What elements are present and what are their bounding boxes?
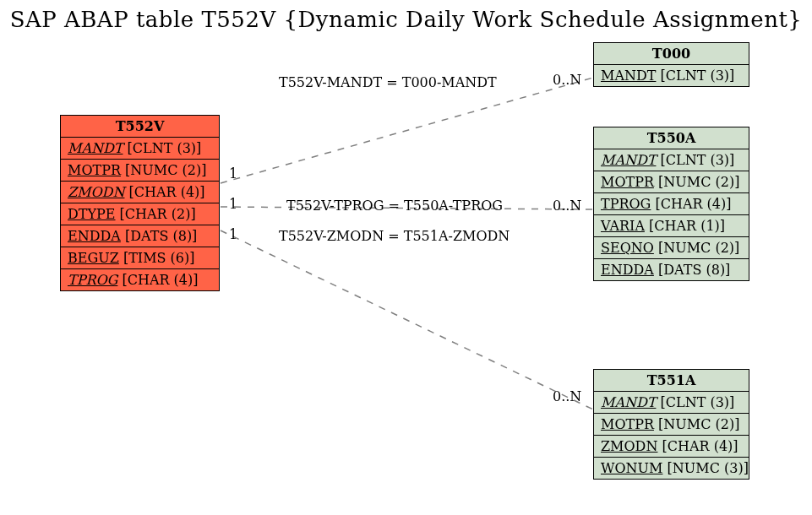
svg-line-2 — [221, 230, 593, 409]
field-name: TPROG — [68, 272, 117, 288]
rel-3-label: T552V-ZMODN = T551A-ZMODN — [279, 228, 510, 244]
table-row: MOTPR [NUMC (2)] — [61, 160, 219, 182]
field-type: [CHAR (4)] — [662, 438, 738, 454]
table-t550a: T550A MANDT [CLNT (3)] MOTPR [NUMC (2)] … — [593, 127, 749, 281]
field-name: MANDT — [68, 140, 123, 156]
table-t551a: T551A MANDT [CLNT (3)] MOTPR [NUMC (2)] … — [593, 369, 749, 480]
table-t552v: T552V MANDT [CLNT (3)] MOTPR [NUMC (2)] … — [60, 115, 220, 291]
field-name: BEGUZ — [68, 250, 119, 266]
diagram-title: SAP ABAP table T552V {Dynamic Daily Work… — [0, 7, 812, 32]
table-t000: T000 MANDT [CLNT (3)] — [593, 42, 749, 87]
table-row: ENDDA [DATS (8)] — [594, 259, 749, 280]
rel-2-leftcard: 1 — [229, 196, 237, 212]
field-type: [CLNT (3)] — [661, 68, 735, 84]
field-name: TPROG — [601, 196, 651, 212]
field-type: [CHAR (2)] — [120, 206, 196, 222]
table-row: MOTPR [NUMC (2)] — [594, 171, 749, 193]
field-type: [NUMC (2)] — [658, 240, 739, 256]
table-row: DTYPE [CHAR (2)] — [61, 203, 219, 225]
table-row: MANDT [CLNT (3)] — [594, 149, 749, 171]
rel-1-leftcard: 1 — [229, 165, 237, 182]
table-row: ZMODN [CHAR (4)] — [61, 182, 219, 203]
rel-3-leftcard: 1 — [229, 226, 237, 242]
field-type: [CHAR (4)] — [129, 184, 205, 200]
field-name: MANDT — [601, 152, 656, 168]
table-t000-header: T000 — [594, 43, 749, 65]
field-name: ZMODN — [68, 184, 124, 200]
field-type: [NUMC (2)] — [125, 162, 206, 178]
field-name: MOTPR — [68, 162, 121, 178]
field-type: [CHAR (4)] — [122, 272, 198, 288]
table-row: TPROG [CHAR (4)] — [594, 193, 749, 215]
table-row: TPROG [CHAR (4)] — [61, 269, 219, 290]
field-name: MOTPR — [601, 174, 654, 190]
field-type: [TIMS (6)] — [123, 250, 195, 266]
table-row: BEGUZ [TIMS (6)] — [61, 247, 219, 269]
table-row: MANDT [CLNT (3)] — [61, 138, 219, 160]
table-row: ENDDA [DATS (8)] — [61, 225, 219, 247]
field-name: SEQNO — [601, 240, 654, 256]
field-name: ENDDA — [68, 228, 121, 244]
table-row: VARIA [CHAR (1)] — [594, 215, 749, 237]
table-t551a-header: T551A — [594, 370, 749, 392]
table-row: MANDT [CLNT (3)] — [594, 392, 749, 414]
rel-3-rightcard: 0..N — [553, 388, 581, 404]
field-type: [CLNT (3)] — [128, 140, 202, 156]
field-name: MANDT — [601, 68, 656, 84]
field-name: VARIA — [601, 218, 645, 234]
field-type: [CHAR (4)] — [655, 196, 731, 212]
table-t552v-header: T552V — [61, 116, 219, 138]
svg-line-0 — [221, 78, 593, 183]
field-type: [NUMC (2)] — [658, 416, 739, 432]
field-name: ZMODN — [601, 438, 657, 454]
rel-2-label: T552V-TPROG = T550A-TPROG — [286, 198, 503, 214]
field-name: DTYPE — [68, 206, 116, 222]
field-type: [DATS (8)] — [125, 228, 197, 244]
field-name: WONUM — [601, 460, 662, 476]
table-row: SEQNO [NUMC (2)] — [594, 237, 749, 259]
field-type: [DATS (8)] — [658, 262, 730, 278]
rel-2-rightcard: 0..N — [553, 198, 581, 214]
table-t550a-header: T550A — [594, 127, 749, 149]
table-row: WONUM [NUMC (3)] — [594, 458, 749, 479]
rel-1-rightcard: 0..N — [553, 72, 581, 88]
field-type: [CHAR (1)] — [649, 218, 725, 234]
field-name: ENDDA — [601, 262, 654, 278]
table-row: MOTPR [NUMC (2)] — [594, 414, 749, 436]
table-row: MANDT [CLNT (3)] — [594, 65, 749, 86]
field-type: [CLNT (3)] — [661, 152, 735, 168]
field-type: [NUMC (3)] — [668, 460, 749, 476]
rel-1-label: T552V-MANDT = T000-MANDT — [279, 74, 497, 90]
field-type: [CLNT (3)] — [661, 394, 735, 410]
field-name: MANDT — [601, 394, 656, 410]
table-row: ZMODN [CHAR (4)] — [594, 436, 749, 458]
field-name: MOTPR — [601, 416, 654, 432]
field-type: [NUMC (2)] — [658, 174, 739, 190]
